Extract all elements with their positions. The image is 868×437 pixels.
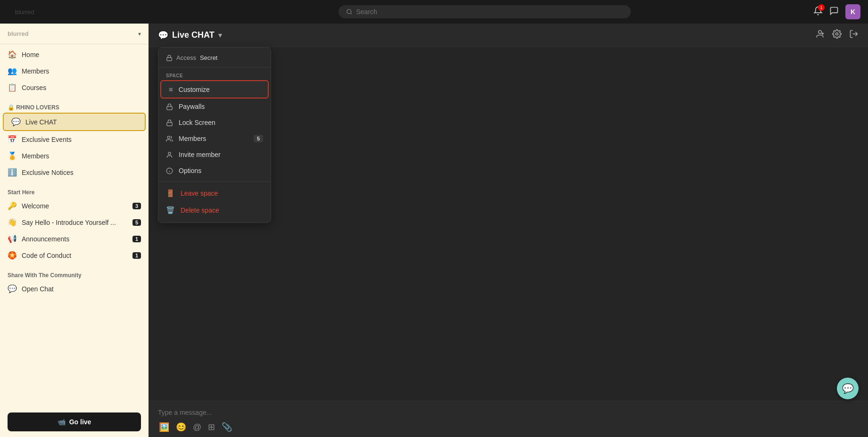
mention-button[interactable]: @: [192, 421, 202, 433]
rosette-icon: 🏵️: [8, 251, 17, 260]
members-badge: 5: [254, 135, 263, 142]
home-icon: 🏠: [8, 50, 17, 59]
svg-rect-8: [167, 106, 172, 109]
chat-icon: 💬: [11, 117, 21, 126]
go-live-label: Go live: [69, 418, 91, 426]
chat-title-chevron[interactable]: ▾: [218, 31, 222, 40]
info2-icon: [166, 167, 173, 174]
sidebar-header: blurred ▾: [0, 24, 149, 44]
lock-icon: 🔒: [8, 104, 15, 111]
customize-icon: ≡: [169, 85, 173, 93]
space-section-label: SPACE: [158, 70, 271, 80]
go-live-button[interactable]: 📹 Go live: [8, 412, 141, 431]
svg-point-5: [836, 33, 838, 35]
dropdown-item-invite-member[interactable]: Invite member: [158, 147, 271, 163]
sidebar-item-announcements[interactable]: 📢 Announcements 1: [0, 231, 149, 247]
sidebar-item-label: Exclusive Notices: [22, 169, 141, 176]
calendar-icon: 📅: [8, 135, 17, 144]
badge-code-of-conduct: 1: [132, 252, 141, 259]
start-here-section: Start Here 🔑 Welcome 3 👋 Say Hello - Int…: [0, 182, 149, 265]
lock-icon: [166, 55, 173, 61]
sidebar-item-courses[interactable]: 📋 Courses: [0, 79, 149, 96]
image-button[interactable]: 🖼️: [158, 421, 170, 433]
workspace-name: blurred: [15, 8, 34, 16]
sidebar-item-exclusive-events[interactable]: 📅 Exclusive Events: [0, 131, 149, 148]
dropdown-item-label: Members: [179, 135, 248, 142]
search-input[interactable]: [356, 8, 623, 16]
chat-header: 💬 Live CHAT ▾: [149, 24, 868, 47]
svg-line-1: [350, 13, 351, 14]
open-chat-icon: 💬: [8, 284, 17, 293]
sidebar-nav-section: 🏠 Home 👥 Members 📋 Courses: [0, 44, 149, 98]
add-member-icon[interactable]: [815, 29, 825, 41]
sidebar-item-label: Code of Conduct: [22, 252, 128, 259]
sidebar-item-say-hello[interactable]: 👋 Say Hello - Introduce Yourself ... 5: [0, 214, 149, 231]
attach-button[interactable]: 📎: [221, 421, 233, 433]
chat-input[interactable]: [158, 407, 859, 418]
badge-announcements: 1: [132, 236, 141, 242]
sidebar-item-label: Announcements: [22, 235, 128, 243]
grid-button[interactable]: ⊞: [207, 421, 216, 433]
search-icon: [346, 8, 352, 15]
courses-icon: 📋: [8, 83, 17, 92]
dropdown-item-label: Lock Screen: [179, 119, 263, 126]
sidebar-item-label: Exclusive Events: [22, 136, 141, 143]
dropdown-item-label: Paywalls: [179, 103, 263, 110]
sidebar-item-live-chat[interactable]: 💬 Live CHAT: [3, 113, 146, 131]
leave-icon: 🚪: [166, 189, 175, 198]
sidebar-item-home[interactable]: 🏠 Home: [0, 46, 149, 63]
settings-icon[interactable]: [832, 29, 842, 41]
announce-icon: 📢: [8, 234, 17, 243]
chat-area: 💬 Live CHAT ▾ Access Secret: [149, 24, 868, 437]
sidebar-item-label: Members: [22, 152, 141, 160]
sidebar-item-members[interactable]: 👥 Members: [0, 63, 149, 79]
emoji-button[interactable]: 😊: [175, 421, 187, 433]
sidebar-item-welcome[interactable]: 🔑 Welcome 3: [0, 198, 149, 214]
exit-icon[interactable]: [849, 29, 859, 41]
dropdown-divider2: [158, 181, 271, 182]
dropdown-item-leave-space[interactable]: 🚪 Leave space: [158, 185, 271, 202]
chat-header-right: [815, 29, 859, 41]
workspace-title: blurred: [8, 30, 29, 37]
sidebar-item-open-chat[interactable]: 💬 Open Chat: [0, 280, 149, 297]
dropdown-item-lock-screen[interactable]: Lock Screen: [158, 115, 271, 131]
dropdown-item-options[interactable]: Options: [158, 163, 271, 179]
sidebar-bottom: 📹 Go live: [0, 407, 149, 437]
dropdown-item-delete-space[interactable]: 🗑️ Delete space: [158, 202, 271, 219]
dropdown-item-label: Customize: [179, 86, 260, 93]
access-label: Access: [176, 54, 196, 61]
sidebar-item-label: Home: [22, 51, 141, 58]
svg-point-2: [818, 31, 822, 34]
members-icon: 👥: [8, 66, 17, 75]
sidebar-item-exclusive-notices[interactable]: ℹ️ Exclusive Notices: [0, 164, 149, 181]
badge-say-hello: 5: [132, 219, 141, 226]
messages-button[interactable]: [829, 6, 839, 17]
people-icon: [166, 135, 173, 142]
dropdown-item-members[interactable]: Members 5: [158, 131, 271, 147]
sidebar-chevron-icon[interactable]: ▾: [138, 31, 141, 37]
float-chat-icon: 💬: [842, 383, 854, 394]
rhino-lovers-title: 🔒 RHINO LOVERS: [0, 99, 149, 113]
topbar-right: 1 K: [813, 4, 860, 19]
svg-point-10: [167, 136, 170, 138]
user-avatar[interactable]: K: [845, 4, 860, 19]
message-icon: [829, 6, 839, 16]
start-here-title: Start Here: [0, 184, 149, 198]
sidebar-item-label: Welcome: [22, 202, 128, 210]
dropdown-item-paywalls[interactable]: Paywalls: [158, 99, 271, 115]
info-icon: ℹ️: [8, 168, 17, 177]
dropdown-item-customize[interactable]: ≡ Customize: [160, 80, 269, 99]
sidebar-item-label: Members: [22, 67, 141, 75]
sidebar-item-members2[interactable]: 🏅 Members: [0, 148, 149, 164]
float-chat-button[interactable]: 💬: [837, 378, 859, 399]
svg-point-0: [347, 9, 351, 14]
dropdown-item-label: Delete space: [181, 206, 263, 214]
sidebar-item-code-of-conduct[interactable]: 🏵️ Code of Conduct 1: [0, 247, 149, 264]
key-icon: 🔑: [8, 201, 17, 210]
search-bar[interactable]: [339, 5, 631, 18]
chat-toolbar: 🖼️ 😊 @ ⊞ 📎: [158, 421, 859, 433]
notification-button[interactable]: 1: [813, 6, 823, 17]
medal-icon: 🏅: [8, 151, 17, 160]
chat-title: Live CHAT: [172, 30, 215, 40]
dropdown-divider: [158, 67, 271, 67]
